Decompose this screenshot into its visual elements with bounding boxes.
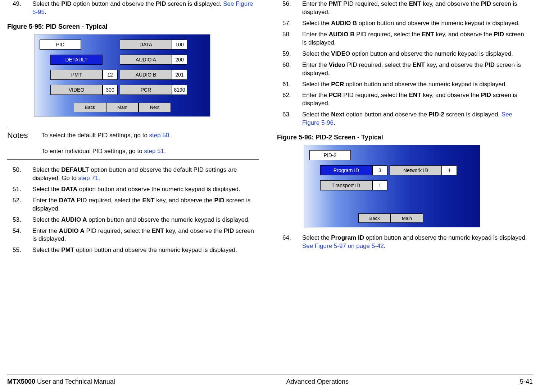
- step-text: Enter the DATA PID required, select the …: [32, 197, 259, 213]
- pid-screen: PID DATA 100 DEFAULT AUDIO A 200 PMT 12 …: [34, 34, 210, 117]
- step-item: 55.Select the PMT option button and obse…: [7, 246, 259, 254]
- steps-list-right-top: 56.Enter the PMT PID required, select th…: [277, 0, 529, 127]
- pid2-screen: PID-2 Program ID 3 Network ID 1 Transpor…: [304, 145, 480, 227]
- step-text: Enter the Video PID required, select the…: [302, 61, 529, 78]
- video-button[interactable]: VIDEO: [50, 85, 103, 95]
- video-value: 300: [103, 85, 118, 95]
- step-number: 62.: [277, 91, 302, 108]
- step-number: 53.: [7, 216, 32, 224]
- step-item: 59.Select the VIDEO option button and ob…: [277, 50, 529, 58]
- steps-list-right-bottom: 64.Select the Program ID option button a…: [277, 234, 529, 250]
- note-text: To enter individual PID settings, go to …: [41, 147, 259, 155]
- step-text: Select the AUDIO A option button and obs…: [32, 216, 259, 224]
- main-button[interactable]: Main: [106, 103, 139, 112]
- figure-96-caption: Figure 5-96: PID-2 Screen - Typical: [277, 134, 529, 141]
- step-number: 60.: [277, 61, 302, 78]
- figure-95-caption: Figure 5-95: PID Screen - Typical: [7, 23, 259, 31]
- step-number: 64.: [277, 234, 302, 250]
- step-number: 51.: [7, 185, 32, 194]
- audio-b-value: 201: [172, 70, 187, 80]
- step-number: 54.: [7, 227, 32, 244]
- step-text: Select the VIDEO option button and obser…: [302, 50, 529, 58]
- data-value: 100: [172, 40, 187, 50]
- page-footer: MTX5000 User and Technical Manual Advanc…: [7, 374, 533, 386]
- steps-list-left-bottom: 50.Select the DEFAULT option button and …: [7, 166, 259, 254]
- next-button[interactable]: Next: [139, 103, 171, 112]
- step-number: 63.: [277, 111, 302, 127]
- step-item: 63.Select the Next option button and obs…: [277, 111, 529, 127]
- step-text: Select the Next option button and observ…: [302, 111, 529, 127]
- back-button[interactable]: Back: [74, 103, 106, 112]
- main-button[interactable]: Main: [391, 213, 423, 223]
- step-item: 53.Select the AUDIO A option button and …: [7, 216, 259, 224]
- program-id-value: 3: [372, 165, 387, 175]
- step-text: Select the Program ID option button and …: [302, 234, 529, 250]
- step-item: 62.Enter the PCR PID required, select th…: [277, 91, 529, 108]
- step-number: 52.: [7, 197, 32, 213]
- pmt-value: 12: [103, 70, 118, 80]
- step-text: Enter the PCR PID required, select the E…: [302, 91, 529, 108]
- program-id-button[interactable]: Program ID: [320, 165, 372, 175]
- step-number: 49.: [7, 0, 32, 17]
- transport-id-button[interactable]: Transport ID: [320, 180, 372, 190]
- back-button[interactable]: Back: [358, 213, 391, 223]
- network-id-button[interactable]: Network ID: [390, 165, 442, 175]
- pmt-button[interactable]: PMT: [50, 70, 103, 80]
- notes-block: Notes To select the default PID settings…: [7, 127, 259, 160]
- footer-left: MTX5000 User and Technical Manual: [7, 378, 115, 386]
- step-text: Enter the AUDIO B PID required, select t…: [302, 31, 529, 47]
- step-text: Select the DEFAULT option button and obs…: [32, 166, 259, 183]
- step-number: 57.: [277, 19, 302, 28]
- step-item: 51.Select the DATA option button and obs…: [7, 185, 259, 194]
- step-text: Select the DATA option button and observ…: [32, 185, 259, 194]
- pcr-value: 8190: [172, 85, 187, 95]
- step-number: 50.: [7, 166, 32, 183]
- step-text: Select the PID option button and observe…: [32, 0, 259, 17]
- note-text: To select the default PID settings, go t…: [41, 131, 259, 140]
- step-item: 61.Select the PCR option button and obse…: [277, 80, 529, 89]
- step-item: 56.Enter the PMT PID required, select th…: [277, 0, 529, 17]
- step-number: 55.: [7, 246, 32, 254]
- step-text: Enter the PMT PID required, select the E…: [302, 0, 529, 17]
- step-item: 58.Enter the AUDIO B PID required, selec…: [277, 31, 529, 47]
- step-item: 50.Select the DEFAULT option button and …: [7, 166, 259, 183]
- step-number: 56.: [277, 0, 302, 17]
- default-button[interactable]: DEFAULT: [50, 55, 103, 65]
- step-item: 49.Select the PID option button and obse…: [7, 0, 259, 17]
- audio-b-button[interactable]: AUDIO B: [120, 70, 172, 80]
- step-item: 57.Select the AUDIO B option button and …: [277, 19, 529, 28]
- step-number: 59.: [277, 50, 302, 58]
- pid-header: PID: [40, 40, 81, 50]
- audio-a-button[interactable]: AUDIO A: [120, 55, 172, 65]
- pcr-button[interactable]: PCR: [120, 85, 172, 95]
- step-number: 61.: [277, 80, 302, 89]
- data-button[interactable]: DATA: [120, 40, 172, 50]
- pid2-header: PID-2: [309, 150, 351, 160]
- notes-heading: Notes: [7, 131, 41, 140]
- step-item: 60.Enter the Video PID required, select …: [277, 61, 529, 78]
- step-text: Enter the AUDIO A PID required, select t…: [32, 227, 259, 244]
- step-item: 54.Enter the AUDIO A PID required, selec…: [7, 227, 259, 244]
- step-number: 58.: [277, 31, 302, 47]
- step-text: Select the PMT option button and observe…: [32, 246, 259, 254]
- footer-center: Advanced Operations: [286, 378, 349, 386]
- step-item: 64.Select the Program ID option button a…: [277, 234, 529, 250]
- transport-id-value: 1: [372, 180, 387, 190]
- step-text: Select the AUDIO B option button and obs…: [302, 19, 529, 28]
- step-text: Select the PCR option button and observe…: [302, 80, 529, 89]
- step-item: 52.Enter the DATA PID required, select t…: [7, 197, 259, 213]
- network-id-value: 1: [442, 165, 457, 175]
- audio-a-value: 200: [172, 55, 187, 65]
- footer-right: 5-41: [520, 378, 533, 386]
- steps-list-left-top: 49.Select the PID option button and obse…: [7, 0, 259, 17]
